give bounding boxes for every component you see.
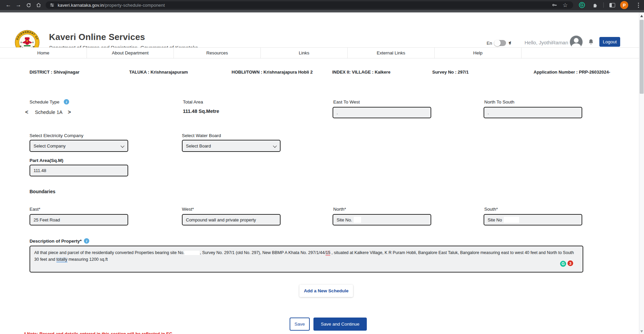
grammarly-assistant-icon[interactable]: G bbox=[560, 261, 566, 267]
nav-item-resources[interactable]: Resources bbox=[174, 48, 261, 58]
redaction-patch bbox=[184, 251, 200, 255]
grammarly-extension-icon[interactable]: G bbox=[578, 1, 586, 9]
boundary-west-input[interactable] bbox=[182, 214, 281, 225]
property-info-survey-no: Survey No : 297/1 bbox=[432, 70, 468, 75]
scrollbar-thumb[interactable] bbox=[640, 20, 644, 94]
property-info-district: DISTRICT : Shivajinagar bbox=[30, 70, 80, 75]
language-label-en: En bbox=[487, 41, 492, 46]
user-greeting: Hello, JyothiRaman bbox=[525, 40, 568, 45]
logout-button[interactable]: Logout bbox=[599, 37, 620, 47]
boundary-south-input[interactable]: Site No bbox=[484, 214, 582, 225]
footer-note: * Note: Record and details entered in th… bbox=[24, 331, 172, 334]
key-icon bbox=[551, 2, 557, 8]
chevron-down-icon bbox=[120, 144, 124, 148]
svg-text:✳: ✳ bbox=[32, 41, 34, 44]
profile-avatar: P bbox=[620, 1, 628, 9]
notification-bell-icon[interactable] bbox=[587, 38, 595, 47]
back-button[interactable]: ← bbox=[4, 1, 13, 9]
boundary-north-value: Site No. bbox=[337, 217, 352, 222]
description-textarea[interactable]: All that piece and parcel of the residen… bbox=[30, 246, 583, 273]
redaction-patch bbox=[354, 217, 361, 223]
side-panel-button[interactable] bbox=[608, 1, 616, 9]
nav-item-about-department[interactable]: About Department bbox=[87, 48, 174, 58]
add-new-schedule-button[interactable]: Add a New Schedule bbox=[299, 285, 353, 297]
property-info-application-number: Application Number : PRP-26032024- bbox=[534, 70, 610, 75]
browser-profile-button[interactable]: P bbox=[620, 1, 628, 9]
chrome-bottom-strip bbox=[0, 10, 644, 12]
home-button[interactable] bbox=[34, 1, 43, 9]
description-text: All that piece and parcel of the residen… bbox=[34, 250, 184, 255]
total-area-value: 111.48 Sq.Metre bbox=[183, 109, 219, 114]
browser-toolbar: ← → kaveri.karnataka.gov.in/prope bbox=[0, 0, 644, 10]
spellcheck-flag-blue: totally bbox=[56, 257, 67, 262]
page-title: Kaveri Online Services bbox=[49, 32, 145, 42]
part-area-label: Part Area(Sq.M) bbox=[30, 158, 63, 163]
url-text[interactable]: kaveri.karnataka.gov.in/property-schedul… bbox=[58, 3, 165, 8]
water-board-select[interactable]: Select Board bbox=[182, 140, 281, 152]
save-button[interactable]: Save bbox=[290, 318, 310, 331]
grammarly-suggestions-badge[interactable]: 3 bbox=[567, 260, 574, 267]
side-panel-icon bbox=[609, 3, 615, 7]
page-scrollbar[interactable] bbox=[639, 12, 644, 334]
svg-text:✳: ✳ bbox=[20, 41, 22, 44]
avatar-person-icon bbox=[574, 38, 579, 43]
spellcheck-flag-red: 15 bbox=[326, 250, 330, 256]
schedule-type-info-icon[interactable] bbox=[64, 99, 69, 105]
nav-item-help[interactable]: Help bbox=[435, 48, 522, 58]
schedule-type-label: Schedule Type bbox=[30, 99, 59, 105]
boundary-south-label: South* bbox=[484, 207, 498, 212]
save-and-continue-button[interactable]: Save and Continue bbox=[313, 318, 367, 331]
puzzle-icon bbox=[592, 2, 598, 8]
user-avatar[interactable] bbox=[570, 36, 583, 48]
boundary-north-input[interactable]: Site No. bbox=[333, 214, 431, 225]
boundary-east-label: East* bbox=[30, 207, 40, 212]
url-domain: kaveri.karnataka.gov.in bbox=[58, 3, 104, 8]
language-toggle[interactable] bbox=[494, 40, 506, 46]
toolbar-divider bbox=[603, 2, 604, 8]
site-header: GOVERNMENT OF KARNATAKA ✳ ✳ Kaveri Onlin… bbox=[0, 12, 639, 47]
nav-item-home[interactable]: Home bbox=[0, 48, 87, 58]
part-area-input[interactable] bbox=[30, 165, 128, 176]
property-info-taluka: TALUKA : Krishnarajapuram bbox=[129, 70, 188, 75]
boundary-west-label: West* bbox=[182, 207, 194, 212]
home-icon bbox=[36, 2, 41, 8]
forward-button[interactable]: → bbox=[14, 1, 23, 9]
schedule-next-button[interactable]: > bbox=[68, 109, 71, 115]
boundaries-heading: Boundaries bbox=[30, 189, 55, 194]
redaction-patch bbox=[504, 217, 519, 223]
url-path: /property-schedule-component bbox=[104, 3, 165, 8]
property-info-village: INDEX II: VILLAGE : Kalkere bbox=[332, 70, 390, 75]
nav-item-links[interactable]: Links bbox=[261, 48, 348, 58]
nav-item-external-links[interactable]: External Links bbox=[348, 48, 435, 58]
main-nav: Home About Department Resources Links Ex… bbox=[0, 47, 639, 58]
water-board-label: Select Water Board bbox=[182, 133, 221, 138]
language-label-kannada: ಕ bbox=[509, 40, 511, 46]
password-manager-button[interactable] bbox=[550, 1, 558, 9]
schedule-prev-button[interactable]: < bbox=[25, 109, 28, 115]
property-info-hobli: HOBLI/TOWN : Krishnarajapura Hobli 2 bbox=[232, 70, 313, 75]
chevron-down-icon bbox=[273, 144, 277, 148]
reload-button[interactable] bbox=[24, 1, 33, 9]
scrollbar-up-arrow[interactable] bbox=[640, 15, 643, 17]
north-to-south-input[interactable] bbox=[484, 107, 582, 118]
boundary-north-label: North* bbox=[333, 207, 346, 212]
grammarly-g-glyph: G bbox=[579, 2, 585, 8]
east-to-west-label: East To West bbox=[333, 99, 360, 105]
boundary-south-value: Site No bbox=[488, 217, 502, 222]
description-label: Description of Property* bbox=[30, 239, 82, 244]
east-to-west-input[interactable] bbox=[333, 107, 431, 118]
reload-icon bbox=[26, 3, 31, 8]
description-info-icon[interactable] bbox=[84, 238, 89, 244]
electricity-company-label: Select Electricity Company bbox=[30, 133, 84, 138]
water-board-selected: Select Board bbox=[186, 143, 211, 149]
three-dots-icon bbox=[638, 3, 639, 8]
schedule-value: Schedule 1A bbox=[35, 110, 62, 115]
browser-menu-button[interactable] bbox=[634, 1, 642, 9]
boundary-east-input[interactable] bbox=[30, 214, 128, 225]
address-bar[interactable]: kaveri.karnataka.gov.in/property-schedul… bbox=[46, 1, 573, 9]
scrollbar-down-arrow[interactable] bbox=[640, 330, 643, 333]
site-settings-icon[interactable] bbox=[50, 3, 54, 7]
electricity-company-select[interactable]: Select Company bbox=[30, 140, 128, 152]
extensions-puzzle-icon[interactable] bbox=[591, 1, 599, 9]
bookmark-star-icon[interactable] bbox=[561, 1, 569, 9]
